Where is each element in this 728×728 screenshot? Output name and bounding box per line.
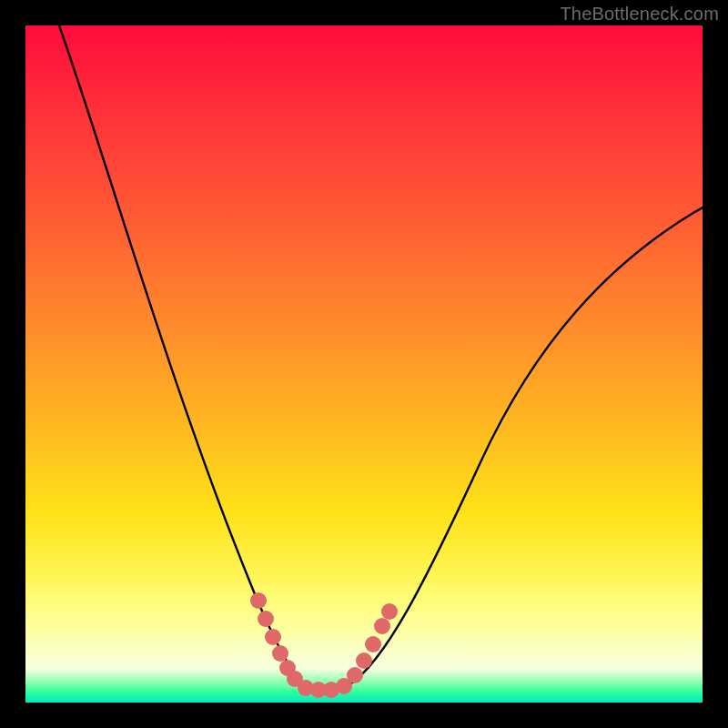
svg-point-12 (365, 636, 381, 652)
chart-frame: TheBottleneck.com (0, 0, 728, 728)
svg-point-13 (374, 618, 390, 634)
svg-point-10 (347, 667, 363, 683)
svg-point-1 (258, 611, 274, 627)
highlighted-range (250, 592, 398, 698)
svg-point-3 (272, 645, 288, 662)
svg-point-0 (250, 592, 267, 609)
bottleneck-curve (59, 25, 703, 692)
svg-point-2 (265, 629, 281, 645)
svg-point-11 (356, 652, 372, 669)
svg-point-14 (381, 603, 398, 620)
curve-layer (25, 25, 703, 703)
plot-area (25, 25, 703, 703)
watermark-text: TheBottleneck.com (560, 4, 719, 25)
